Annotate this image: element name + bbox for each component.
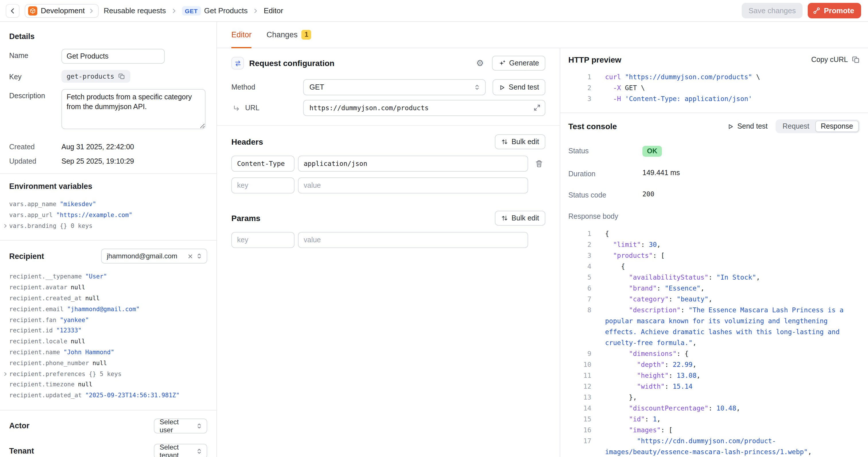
- headers-bulk-edit-button[interactable]: Bulk edit: [495, 134, 546, 149]
- code-content: "discountPercentage": 10.48,: [605, 403, 740, 414]
- code-line: 8 "description": "The Essence Mascara La…: [568, 305, 860, 348]
- details-title: Details: [9, 32, 207, 41]
- toggle-response[interactable]: Response: [815, 121, 859, 132]
- swap-arrows-icon: [231, 57, 244, 69]
- code-content: "description": "The Essence Mascara Lash…: [605, 305, 860, 348]
- name-label: Name: [9, 49, 61, 64]
- line-number: 10: [568, 359, 591, 370]
- expand-icon[interactable]: [533, 104, 541, 111]
- line-number: 9: [568, 348, 591, 359]
- created-label: Created: [9, 143, 61, 151]
- key-value: get-products: [67, 72, 114, 80]
- status-label: Status: [568, 146, 642, 155]
- copy-icon: [852, 56, 860, 64]
- copy-icon[interactable]: [118, 73, 125, 80]
- header-row-empty: [231, 177, 546, 193]
- tenant-select[interactable]: Select tenant: [154, 444, 207, 457]
- status-badge: OK: [642, 146, 662, 157]
- code-content: {: [605, 261, 625, 272]
- method-select[interactable]: GET: [303, 79, 486, 95]
- environment-switcher[interactable]: Development: [25, 4, 98, 18]
- chevron-right-icon: [253, 8, 259, 13]
- divider: [0, 240, 216, 241]
- code-line: 11 "height": 13.08,: [568, 370, 860, 381]
- sort-arrows-icon: [501, 139, 508, 145]
- line-number: 14: [568, 403, 591, 414]
- code-line: 3 -H 'Content-Type: application/json': [568, 94, 860, 104]
- expand-chevron-icon[interactable]: [3, 371, 8, 376]
- line-number: 6: [568, 283, 591, 294]
- code-content: "category": "beauty",: [605, 294, 712, 305]
- promote-label: Promote: [824, 6, 854, 15]
- request-configuration-title: Request configuration: [249, 59, 334, 68]
- variable-row: recipient.email"jhammond@gmail.com": [9, 304, 207, 315]
- toggle-request[interactable]: Request: [777, 121, 815, 132]
- code-content: "id": 1,: [605, 414, 661, 425]
- tab-changes[interactable]: Changes 1: [267, 22, 311, 48]
- header-value-input-empty[interactable]: [298, 177, 528, 193]
- recipient-select[interactable]: jhammond@gmail.com: [101, 249, 207, 264]
- response-body-code-block: 1{2 "limit": 30,3 "products": [4 {5 "ava…: [568, 228, 860, 457]
- changes-count-badge: 1: [302, 30, 311, 39]
- key-chip[interactable]: get-products: [61, 70, 130, 83]
- breadcrumb-section[interactable]: Reusable requests: [104, 6, 166, 15]
- duration-value: 149.441 ms: [642, 169, 680, 177]
- tab-editor[interactable]: Editor: [231, 22, 252, 48]
- url-input[interactable]: [303, 100, 546, 116]
- copy-curl-button[interactable]: Copy cURL: [811, 56, 860, 64]
- send-test-label: Send test: [508, 83, 539, 91]
- curl-code-block: 1curl "https://dummyjson.com/products" \…: [568, 72, 860, 104]
- param-value-input-empty[interactable]: [298, 232, 528, 248]
- code-content: "products": [: [605, 250, 665, 261]
- name-input[interactable]: [61, 49, 165, 64]
- breadcrumb-request-name[interactable]: Get Products: [204, 6, 248, 15]
- select-chevrons-icon: [196, 448, 203, 455]
- header-key-input-empty[interactable]: [231, 177, 294, 193]
- console-send-test-button[interactable]: Send test: [727, 122, 768, 130]
- line-number: 7: [568, 294, 591, 305]
- description-textarea[interactable]: Fetch products from a specific category …: [61, 89, 206, 129]
- gear-icon[interactable]: ⚙: [476, 58, 484, 68]
- param-key-input-empty[interactable]: [231, 232, 294, 248]
- send-test-button[interactable]: Send test: [493, 79, 546, 95]
- generate-button[interactable]: Generate: [492, 56, 546, 71]
- actor-select[interactable]: Select user: [154, 419, 207, 433]
- promote-button[interactable]: Promote: [808, 3, 861, 19]
- save-changes-button[interactable]: Save changes: [742, 3, 803, 19]
- header-key-input[interactable]: [231, 156, 294, 172]
- actor-title: Actor: [9, 422, 30, 430]
- params-bulk-edit-button[interactable]: Bulk edit: [495, 211, 546, 225]
- back-button[interactable]: [6, 4, 20, 18]
- code-line: 6 "brand": "Essence",: [568, 283, 860, 294]
- chevron-left-icon: [9, 7, 16, 14]
- url-label: URL: [245, 104, 259, 112]
- variable-value: "mikesdev": [60, 199, 96, 210]
- code-line: 2 -X GET \: [568, 83, 860, 94]
- code-line: 1{: [568, 228, 860, 239]
- environment-name: Development: [41, 6, 85, 15]
- divider: [217, 125, 560, 126]
- variable-key: recipient.phone_number: [9, 358, 89, 369]
- line-number: 17: [568, 436, 591, 447]
- environment-variables-title: Environment variables: [9, 182, 207, 191]
- variable-row: vars.branding{} 0 keys: [9, 220, 207, 231]
- param-row-empty: [231, 232, 546, 248]
- clear-icon[interactable]: [187, 253, 193, 260]
- header-value-input[interactable]: [298, 156, 528, 172]
- params-title: Params: [231, 214, 260, 223]
- variable-row: recipient.name"John Hammond": [9, 347, 207, 358]
- expand-chevron-icon[interactable]: [3, 223, 8, 228]
- divider: [0, 410, 216, 410]
- variable-key: recipient.email: [9, 304, 64, 315]
- variable-row: recipient.timezonenull: [9, 379, 207, 390]
- status-code-value: 200: [642, 190, 654, 198]
- app-window: Development Reusable requests GET Get Pr…: [0, 0, 868, 457]
- promote-branch-icon: [813, 7, 820, 14]
- chevron-right-icon: [171, 8, 177, 13]
- variable-row: vars.app_url"https://example.com": [9, 210, 207, 220]
- delete-header-button[interactable]: [533, 157, 546, 170]
- variable-value: "2025-09-23T14:56:31.981Z": [85, 390, 180, 401]
- recipient-title: Recipient: [9, 252, 44, 261]
- http-preview-title: HTTP preview: [568, 55, 621, 64]
- code-content: },: [605, 392, 637, 403]
